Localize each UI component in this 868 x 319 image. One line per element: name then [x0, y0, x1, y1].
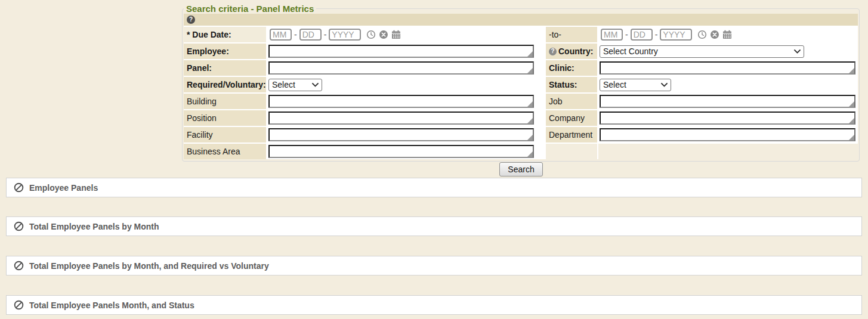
empty-cell	[598, 144, 858, 159]
country-label: Country:	[558, 47, 593, 56]
search-form-grid: ? * Due Date: - -	[184, 14, 858, 159]
job-input[interactable]	[600, 95, 855, 108]
no-entry-icon	[14, 221, 24, 231]
panel-title: Total Employee Panels Month, and Status	[29, 301, 194, 310]
no-entry-icon	[14, 182, 24, 193]
panel-total-month-and-status[interactable]: Total Employee Panels Month, and Status	[6, 295, 862, 315]
panel-total-by-month[interactable]: Total Employee Panels by Month	[6, 216, 862, 236]
required-voluntary-cell: Select	[267, 77, 545, 92]
due-date-to-year-input[interactable]	[660, 29, 692, 41]
due-date-from-cell: - -	[267, 27, 545, 42]
employee-cell	[267, 44, 545, 59]
country-select-value: Select Country	[603, 47, 658, 56]
clock-icon[interactable]	[697, 30, 707, 39]
position-input[interactable]	[268, 112, 534, 125]
required-voluntary-select-value: Select	[272, 80, 295, 89]
panel-title: Employee Panels	[29, 183, 98, 193]
country-select[interactable]: Select Country	[600, 45, 804, 58]
search-button-row: Search	[182, 162, 860, 177]
panel-input[interactable]	[268, 61, 534, 75]
panel-label: Panel:	[184, 60, 266, 76]
no-entry-icon	[14, 300, 24, 310]
department-cell	[598, 127, 858, 143]
department-label: Department	[546, 127, 597, 143]
clear-icon[interactable]	[710, 30, 719, 39]
facility-cell	[267, 127, 545, 143]
calendar-icon[interactable]	[722, 30, 732, 39]
date-separator: -	[625, 30, 628, 39]
due-date-to-label: -to-	[546, 27, 597, 42]
company-input[interactable]	[600, 112, 855, 125]
help-icon[interactable]: ?	[187, 16, 195, 24]
date-separator: -	[294, 30, 297, 39]
facility-label: Facility	[184, 127, 266, 143]
chevron-down-icon	[794, 49, 801, 54]
search-button[interactable]: Search	[499, 162, 542, 176]
employee-label: Employee:	[184, 44, 266, 59]
building-label: Building	[184, 94, 266, 109]
search-criteria-legend: Search criteria - Panel Metrics	[184, 4, 316, 14]
empty-cell	[546, 144, 597, 159]
date-separator: -	[324, 30, 327, 39]
business-area-input[interactable]	[268, 145, 534, 158]
due-date-label: * Due Date:	[184, 27, 266, 42]
clinic-cell	[598, 60, 858, 76]
required-voluntary-label: Required/Voluntary:	[184, 77, 266, 92]
department-input[interactable]	[600, 128, 855, 141]
calendar-icon[interactable]	[391, 30, 401, 39]
company-label: Company	[546, 110, 597, 126]
facility-input[interactable]	[268, 128, 534, 141]
clear-icon[interactable]	[379, 30, 388, 39]
clock-icon[interactable]	[366, 30, 376, 39]
building-input[interactable]	[268, 95, 534, 108]
due-date-from-year-input[interactable]	[329, 29, 361, 41]
company-cell	[598, 110, 858, 126]
clinic-input[interactable]	[600, 61, 855, 75]
panel-total-by-month-required-vs-voluntary[interactable]: Total Employee Panels by Month, and Requ…	[6, 256, 862, 275]
date-separator: -	[655, 30, 658, 39]
due-date-to-month-input[interactable]	[601, 29, 623, 41]
due-date-from-day-input[interactable]	[299, 29, 322, 41]
chevron-down-icon	[312, 83, 319, 87]
status-select[interactable]: Select	[600, 79, 671, 91]
status-select-value: Select	[603, 80, 626, 89]
job-label: Job	[546, 94, 597, 109]
status-cell: Select	[598, 77, 858, 92]
business-area-label: Business Area	[184, 144, 266, 159]
required-voluntary-select[interactable]: Select	[268, 79, 322, 91]
due-date-to-day-input[interactable]	[631, 29, 653, 41]
panel-cell	[267, 60, 545, 76]
country-cell: Select Country	[598, 44, 858, 59]
due-date-to-cell: - -	[598, 27, 858, 42]
help-icon[interactable]: ?	[549, 48, 557, 55]
status-label: Status:	[546, 77, 597, 92]
position-cell	[267, 110, 545, 126]
panel-employee-panels[interactable]: Employee Panels	[6, 178, 862, 197]
job-cell	[598, 94, 858, 109]
due-date-from-month-input[interactable]	[270, 29, 292, 41]
form-header-bar: ?	[184, 14, 858, 26]
building-cell	[267, 94, 545, 109]
panel-title: Total Employee Panels by Month	[29, 222, 159, 231]
position-label: Position	[184, 110, 266, 126]
country-label-cell: ? Country:	[546, 44, 597, 59]
employee-input[interactable]	[268, 45, 534, 58]
panel-title: Total Employee Panels by Month, and Requ…	[29, 261, 269, 271]
chevron-down-icon	[661, 83, 668, 87]
search-criteria-fieldset: Search criteria - Panel Metrics ? * Due …	[182, 4, 860, 162]
clinic-label: Clinic:	[546, 60, 597, 76]
business-area-cell	[267, 144, 545, 159]
no-entry-icon	[14, 261, 24, 271]
